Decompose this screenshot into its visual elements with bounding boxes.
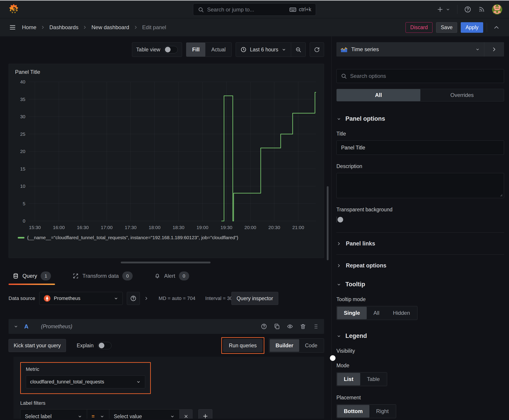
panel-title-input[interactable] — [336, 141, 504, 155]
resize-handle-icon[interactable] — [499, 193, 503, 197]
avatar[interactable] — [492, 4, 502, 15]
query-builder-body: Metric cloudflared_tunnel_total_requests… — [14, 357, 324, 419]
tooltip-mode-hidden[interactable]: Hidden — [386, 307, 417, 319]
tab-all-options[interactable]: All — [337, 89, 420, 101]
query-inspector-button[interactable]: Query inspector — [231, 292, 278, 305]
svg-text:20:00: 20:00 — [244, 225, 256, 230]
query-ref-id: A — [24, 323, 29, 330]
section-divider — [336, 255, 504, 255]
description-textarea[interactable] — [336, 173, 504, 198]
tooltip-section-header[interactable]: Tooltip — [336, 281, 504, 288]
datasource-help-button[interactable] — [127, 292, 140, 305]
select-label-dropdown[interactable]: Select label — [20, 409, 87, 419]
legend-placement-bottom[interactable]: Bottom — [337, 405, 369, 418]
table-view-toggle[interactable] — [164, 46, 178, 53]
close-icon — [183, 414, 189, 419]
hide-response-eye-icon[interactable] — [287, 323, 293, 330]
builder-option[interactable]: Builder — [270, 339, 299, 352]
menu-toggle-button[interactable] — [9, 24, 16, 31]
kick-start-query-button[interactable]: Kick start your query — [8, 339, 66, 352]
breadcrumb-new-dashboard[interactable]: New dashboard — [91, 24, 129, 30]
chevron-down-icon[interactable] — [14, 324, 18, 329]
apply-button[interactable]: Apply — [461, 22, 483, 33]
code-option[interactable]: Code — [299, 339, 323, 352]
tab-transform-data[interactable]: Transform data 0 — [68, 267, 137, 285]
chevron-down-icon — [77, 414, 82, 419]
chevron-right-icon[interactable] — [144, 296, 149, 301]
breadcrumb: Home Dashboards New dashboard Edit panel — [22, 24, 166, 30]
time-range-picker[interactable]: Last 6 hours — [236, 43, 291, 57]
datasource-label: Data source — [8, 295, 35, 301]
edit-actions: Discard Save Apply — [406, 22, 500, 33]
remove-filter-button[interactable] — [179, 409, 192, 419]
chevron-right-icon — [133, 25, 138, 30]
panel-options-section-header[interactable]: Panel options — [336, 115, 504, 122]
global-search-input[interactable] — [207, 7, 289, 13]
drag-handle-icon[interactable] — [313, 323, 319, 330]
global-search[interactable]: ctrl+k — [193, 3, 316, 16]
legend-series-name[interactable]: {__name__="cloudflared_tunnel_total_requ… — [27, 235, 238, 240]
tab-alert[interactable]: Alert 0 — [150, 267, 193, 285]
operator-dropdown[interactable]: = — [87, 409, 109, 419]
tooltip-mode-single[interactable]: Single — [337, 307, 367, 319]
chevron-down-icon — [281, 47, 286, 52]
duplicate-icon[interactable] — [274, 323, 280, 330]
panel-edit-main: Table view Fill Actual Last 6 hours — [0, 36, 331, 420]
query-editor-card: A (Prometheus) — [8, 319, 324, 419]
zoom-out-button[interactable] — [291, 43, 305, 57]
tab-overrides[interactable]: Overrides — [420, 89, 504, 101]
query-header-actions — [261, 323, 319, 330]
grafana-logo-icon[interactable] — [8, 3, 20, 15]
breadcrumb-home[interactable]: Home — [22, 24, 36, 30]
transparent-background-toggle[interactable] — [336, 217, 337, 223]
run-queries-button[interactable]: Run queries — [223, 339, 262, 352]
save-button[interactable]: Save — [436, 22, 457, 33]
breadcrumb-dashboards[interactable]: Dashboards — [49, 24, 78, 30]
help-icon[interactable] — [464, 6, 471, 13]
options-search-input[interactable] — [350, 73, 500, 79]
add-filter-button[interactable] — [198, 409, 212, 419]
legend-section-header[interactable]: Legend — [336, 332, 504, 339]
svg-text:16:30: 16:30 — [77, 225, 89, 230]
legend-mode-table[interactable]: Table — [360, 373, 387, 385]
panel-links-section[interactable]: Panel links — [336, 240, 504, 247]
query-help-icon[interactable] — [261, 323, 267, 330]
discard-button[interactable]: Discard — [406, 22, 433, 33]
transform-count-badge: 0 — [122, 271, 133, 280]
label-filters-row: Select label = Select value — [20, 409, 317, 419]
fill-option[interactable]: Fill — [186, 43, 205, 57]
datasource-picker[interactable]: Prometheus — [39, 292, 123, 305]
new-dropdown[interactable] — [436, 6, 450, 13]
collapse-options-button[interactable] — [493, 24, 500, 31]
toggle-viz-picker-button[interactable] — [484, 42, 504, 57]
viz-type-select[interactable]: Time series — [336, 42, 484, 57]
delete-query-trash-icon[interactable] — [300, 323, 306, 330]
tooltip-mode-all[interactable]: All — [367, 307, 386, 319]
tab-query[interactable]: Query 1 — [8, 267, 55, 285]
datasource-row: Data source Prometheus MD = auto = 704 — [8, 290, 324, 307]
breadcrumb-edit-panel: Edit panel — [142, 24, 166, 30]
svg-text:5: 5 — [23, 201, 25, 206]
repeat-options-section[interactable]: Repeat options — [336, 262, 504, 269]
metric-select[interactable]: cloudflared_tunnel_total_requests — [26, 375, 145, 388]
panel-view-toolbar: Table view Fill Actual Last 6 hours — [0, 42, 324, 57]
horizontal-scrollbar[interactable] — [121, 262, 211, 263]
actual-option[interactable]: Actual — [205, 43, 231, 57]
options-search[interactable] — [336, 69, 504, 83]
svg-text:18:00: 18:00 — [149, 225, 161, 230]
chevron-right-icon — [491, 46, 497, 52]
search-icon — [198, 7, 204, 13]
legend-series-swatch[interactable] — [18, 237, 24, 239]
chevron-down-icon — [170, 414, 175, 419]
news-icon[interactable] — [478, 6, 485, 13]
refresh-icon — [314, 46, 320, 53]
query-header-row[interactable]: A (Prometheus) — [8, 319, 324, 334]
explain-toggle[interactable] — [98, 342, 112, 349]
legend-placement-right[interactable]: Right — [369, 405, 395, 418]
top-bar: ctrl+k — [0, 1, 509, 18]
vertical-scrollbar[interactable] — [327, 186, 328, 260]
panel-options-sidebar: Time series All Overrides Panel options — [331, 36, 509, 420]
legend-mode-list[interactable]: List — [337, 373, 360, 385]
select-value-dropdown[interactable]: Select value — [109, 409, 179, 419]
refresh-button[interactable] — [310, 42, 324, 57]
